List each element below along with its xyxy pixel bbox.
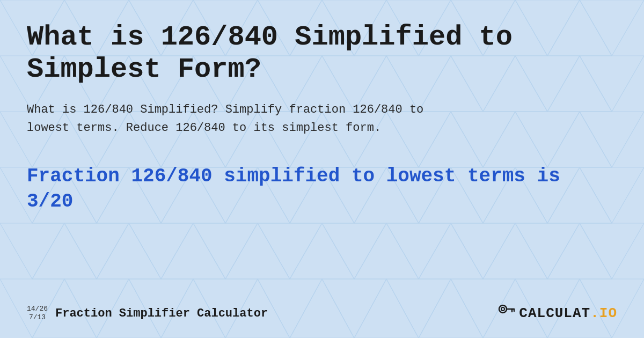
main-content: What is 126/840 Simplified to Simplest F… — [0, 0, 644, 338]
description-line2: lowest terms. Reduce 126/840 to its simp… — [27, 121, 381, 135]
result-section: Fraction 126/840 simplified to lowest te… — [27, 164, 617, 215]
footer-fraction-bottom: 7/13 — [29, 313, 46, 322]
page-title: What is 126/840 Simplified to Simplest F… — [27, 21, 617, 86]
svg-point-120 — [501, 307, 504, 311]
result-line2: 3/20 — [27, 190, 73, 212]
logo-text-main: CALCULAT — [519, 305, 590, 321]
footer-site-title: Fraction Simplifier Calculator — [55, 307, 268, 320]
logo-text: CALCULAT.IO — [519, 305, 617, 321]
description-line1: What is 126/840 Simplified? Simplify fra… — [27, 103, 423, 116]
result-text: Fraction 126/840 simplified to lowest te… — [27, 164, 617, 215]
footer-fraction-top: 14/26 — [27, 305, 48, 313]
footer: 14/26 7/13 Fraction Simplifier Calculato… — [27, 304, 617, 323]
footer-fraction: 14/26 7/13 — [27, 305, 48, 321]
footer-logo: CALCULAT.IO — [497, 304, 617, 323]
svg-point-119 — [499, 305, 507, 313]
result-line1: Fraction 126/840 simplified to lowest te… — [27, 165, 560, 187]
description: What is 126/840 Simplified? Simplify fra… — [27, 101, 510, 137]
logo-text-suffix: .IO — [590, 305, 617, 321]
logo-key-icon — [497, 304, 515, 323]
